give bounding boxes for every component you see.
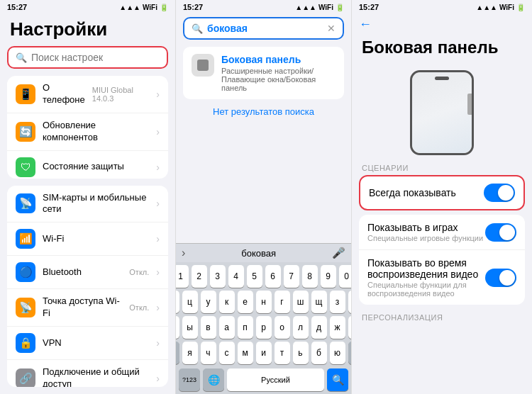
key-ц[interactable]: ц	[182, 291, 198, 313]
show-in-video-toggle[interactable]	[485, 269, 516, 287]
suggestion-expand-icon[interactable]: ›	[182, 247, 185, 259]
search-active-input[interactable]	[207, 23, 323, 34]
sim-label: SIM-карты и мобильные сети	[43, 192, 149, 216]
key-о[interactable]: о	[275, 316, 290, 339]
other-toggles-group: Показывать в играх Специальные игровые ф…	[359, 215, 525, 305]
settings-item-wifi[interactable]: 📶 Wi-Fi ›	[7, 223, 168, 256]
always-show-item[interactable]: Всегда показывать	[360, 176, 523, 209]
key-у[interactable]: у	[201, 291, 216, 313]
status-bar-2: 15:27 ▲▲▲ WiFi 🔋	[176, 0, 351, 14]
connection-label: Подключение и общий доступ	[43, 366, 149, 387]
settings-item-update[interactable]: 🔄 Обновление компонентов ›	[7, 113, 168, 151]
key-м[interactable]: м	[238, 342, 253, 364]
show-in-games-item[interactable]: Показывать в играх Специальные игровые ф…	[359, 215, 525, 250]
detail-title: Боковая панель	[352, 35, 532, 63]
key-л[interactable]: л	[293, 316, 309, 339]
settings-item-vpn[interactable]: 🔒 VPN ›	[7, 327, 168, 360]
key-с[interactable]: с	[219, 342, 235, 364]
key-б[interactable]: б	[311, 342, 327, 364]
search-icon: 🔍	[16, 52, 27, 63]
no-results-text: Нет результатов поиска	[176, 99, 351, 124]
settings-item-bluetooth[interactable]: 🔵 Bluetooth Откл. ›	[7, 256, 168, 289]
key-ж[interactable]: ж	[330, 316, 345, 339]
update-label: Обновление компонентов	[43, 120, 149, 144]
keyboard-row-4: ⇧ я ч с м и т ь б ю ⌫	[179, 342, 348, 364]
keyboard-suggestion-bar: › боковая 🎤	[176, 243, 351, 262]
key-г[interactable]: г	[275, 291, 290, 313]
key-1[interactable]: 1	[176, 265, 189, 288]
space-key[interactable]: Русский	[227, 368, 324, 391]
settings-item-sim[interactable]: 📡 SIM-карты и мобильные сети ›	[7, 186, 168, 223]
svg-rect-0	[197, 60, 209, 71]
key-7[interactable]: 7	[284, 265, 299, 288]
key-9[interactable]: 9	[321, 265, 336, 288]
search-result-card[interactable]: Боковая панель Расширенные настройки/Пла…	[183, 47, 344, 99]
key-8[interactable]: 8	[302, 265, 318, 288]
settings-group-2: 📡 SIM-карты и мобильные сети › 📶 Wi-Fi ›…	[7, 186, 168, 387]
key-п[interactable]: п	[238, 316, 253, 339]
key-н[interactable]: н	[256, 291, 272, 313]
search-input-bar[interactable]: 🔍 ✕	[183, 17, 344, 40]
key-я[interactable]: я	[182, 342, 198, 364]
key-т[interactable]: т	[275, 342, 290, 364]
security-icon: 🛡	[16, 157, 35, 177]
search-key[interactable]: 🔍	[327, 368, 348, 391]
search-clear-button[interactable]: ✕	[327, 23, 336, 34]
key-е[interactable]: е	[238, 291, 253, 313]
key-а[interactable]: а	[219, 316, 235, 339]
search-header: 🔍 ✕	[176, 14, 351, 47]
key-5[interactable]: 5	[247, 265, 262, 288]
key-р[interactable]: р	[256, 316, 272, 339]
key-6[interactable]: 6	[265, 265, 281, 288]
key-3[interactable]: 3	[210, 265, 226, 288]
key-ю[interactable]: ю	[330, 342, 345, 364]
settings-search-input[interactable]	[31, 52, 160, 63]
key-4[interactable]: 4	[228, 265, 244, 288]
back-button[interactable]: ←	[352, 14, 532, 35]
status-icons-3: ▲▲▲ WiFi 🔋	[476, 4, 525, 11]
key-к[interactable]: к	[219, 291, 235, 313]
key-и[interactable]: и	[256, 342, 272, 364]
time-2: 15:27	[183, 3, 203, 11]
show-in-games-title: Показывать в играх	[367, 222, 485, 233]
result-path: Расширенные настройки/Плавающие окна/Бок…	[221, 67, 336, 92]
settings-item-connection[interactable]: 🔗 Подключение и общий доступ ›	[7, 360, 168, 387]
keyboard-row-3: ф ы в а п р о л д ж э	[179, 316, 348, 339]
settings-item-hotspot[interactable]: 📡 Точка доступа Wi-Fi Откл. ›	[7, 289, 168, 327]
phone-frame	[410, 70, 474, 155]
key-ь[interactable]: ь	[293, 342, 309, 364]
settings-search-bar[interactable]: 🔍	[7, 46, 168, 69]
key-ф[interactable]: ф	[176, 316, 179, 339]
key-щ[interactable]: щ	[311, 291, 327, 313]
bluetooth-label: Bluetooth	[43, 266, 122, 278]
settings-item-about[interactable]: 📱 О телефоне MIUI Global 14.0.3 ›	[7, 76, 168, 113]
phone-screen	[412, 72, 472, 153]
show-in-games-toggle[interactable]	[485, 223, 516, 242]
wifi-label: Wi-Fi	[43, 233, 149, 245]
key-ы[interactable]: ы	[182, 316, 198, 339]
show-in-games-text: Показывать в играх Специальные игровые ф…	[367, 222, 485, 242]
settings-item-security[interactable]: 🛡 Состояние защиты ›	[7, 151, 168, 179]
show-in-video-text: Показывать во время воспроизведения виде…	[367, 257, 485, 298]
always-show-toggle[interactable]	[484, 184, 515, 202]
key-2[interactable]: 2	[192, 265, 207, 288]
status-bar-1: 15:27 ▲▲▲ WiFi 🔋	[0, 0, 175, 14]
show-in-video-item[interactable]: Показывать во время воспроизведения виде…	[359, 250, 525, 305]
globe-key[interactable]: 🌐	[203, 368, 224, 391]
key-й[interactable]: й	[176, 291, 179, 313]
keyboard-row-2: й ц у к е н г ш щ з х	[179, 291, 348, 313]
key-з[interactable]: з	[330, 291, 345, 313]
key-ч[interactable]: ч	[201, 342, 216, 364]
key-0[interactable]: 0	[339, 265, 353, 288]
mic-icon[interactable]: 🎤	[332, 247, 345, 259]
always-show-text: Всегда показывать	[369, 187, 484, 198]
key-д[interactable]: д	[311, 316, 327, 339]
show-in-games-sub: Специальные игровые функции	[367, 234, 485, 242]
result-content: Боковая панель Расширенные настройки/Пла…	[221, 54, 336, 92]
key-ш[interactable]: ш	[293, 291, 309, 313]
key-в[interactable]: в	[201, 316, 216, 339]
wifi-icon: 📶	[16, 229, 35, 249]
numeric-key[interactable]: ?123	[179, 368, 200, 391]
shift-key[interactable]: ⇧	[176, 342, 179, 364]
keyboard-area[interactable]: › боковая 🎤 1 2 3 4 5 6 7 8 9 0 й ц у	[176, 243, 351, 394]
